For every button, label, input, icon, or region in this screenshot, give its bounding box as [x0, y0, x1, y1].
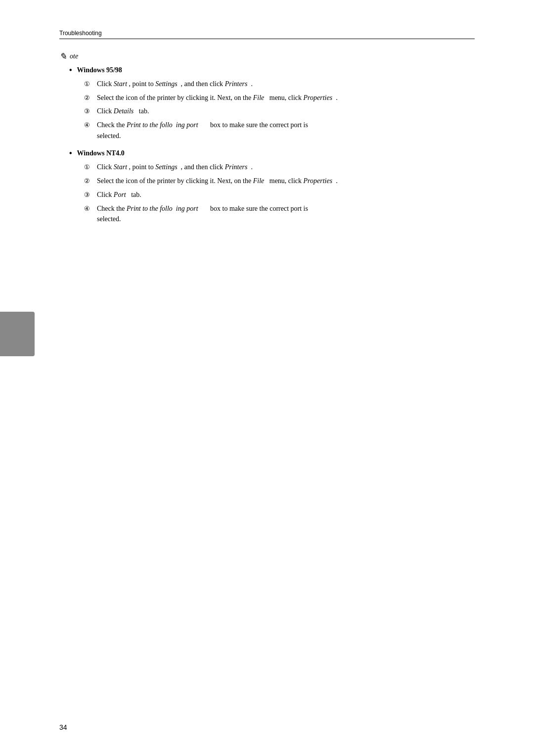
step-num: ②: [84, 93, 95, 103]
step-num: ①: [84, 79, 95, 89]
step-num: ④: [84, 204, 95, 214]
step-text: Check the Print to the follo ing port bo…: [97, 203, 475, 225]
bullet-sections: • Windows 95/98 ① Click Start , point to…: [69, 66, 475, 225]
step-text: Click Details tab.: [97, 106, 475, 117]
windows-9598-title: Windows 95/98: [77, 66, 122, 74]
step-text: Select the icon of the printer by clicki…: [97, 93, 475, 103]
windows-9598-steps: ① Click Start , point to Settings , and …: [84, 79, 475, 141]
step-num: ③: [84, 190, 95, 200]
step-item: ③ Click Details tab.: [84, 106, 475, 117]
page-number: 34: [59, 723, 67, 731]
step-item: ④ Check the Print to the follo ing port …: [84, 120, 475, 141]
page-header: Troubleshooting: [59, 30, 475, 39]
windows-nt40-steps: ① Click Start , point to Settings , and …: [84, 162, 475, 224]
bullet-dot-1: •: [69, 66, 72, 75]
note-row: ✎ ote: [59, 51, 475, 62]
sidebar-decoration: [0, 312, 35, 356]
bullet-dot-2: •: [69, 149, 72, 158]
windows-9598-section: • Windows 95/98 ① Click Start , point to…: [69, 66, 475, 141]
step-item: ① Click Start , point to Settings , and …: [84, 79, 475, 90]
step-item: ① Click Start , point to Settings , and …: [84, 162, 475, 173]
step-num: ④: [84, 120, 95, 130]
step-text: Click Port tab.: [97, 189, 475, 200]
step-item: ② Select the icon of the printer by clic…: [84, 176, 475, 187]
windows-nt40-title: Windows NT4.0: [77, 149, 125, 157]
note-label: ote: [70, 52, 78, 60]
step-text: Click Start , point to Settings , and th…: [97, 162, 475, 173]
step-num: ③: [84, 106, 95, 116]
note-icon: ✎: [59, 51, 67, 62]
step-item: ③ Click Port tab.: [84, 189, 475, 200]
step-text: Check the Print to the follo ing port bo…: [97, 120, 475, 141]
step-item: ④ Check the Print to the follo ing port …: [84, 203, 475, 225]
step-num: ②: [84, 176, 95, 186]
step-item: ② Select the icon of the printer by clic…: [84, 93, 475, 103]
section-label: Troubleshooting: [59, 30, 102, 37]
windows-nt40-section: • Windows NT4.0 ① Click Start , point to…: [69, 149, 475, 224]
windows-nt40-header: • Windows NT4.0: [69, 149, 475, 158]
page: Troubleshooting ✎ ote • Windows 95/98 ① …: [0, 0, 534, 756]
step-num: ①: [84, 162, 95, 172]
step-text: Select the icon of the printer by clicki…: [97, 176, 475, 187]
step-text: Click Start , point to Settings , and th…: [97, 79, 475, 90]
windows-9598-header: • Windows 95/98: [69, 66, 475, 75]
